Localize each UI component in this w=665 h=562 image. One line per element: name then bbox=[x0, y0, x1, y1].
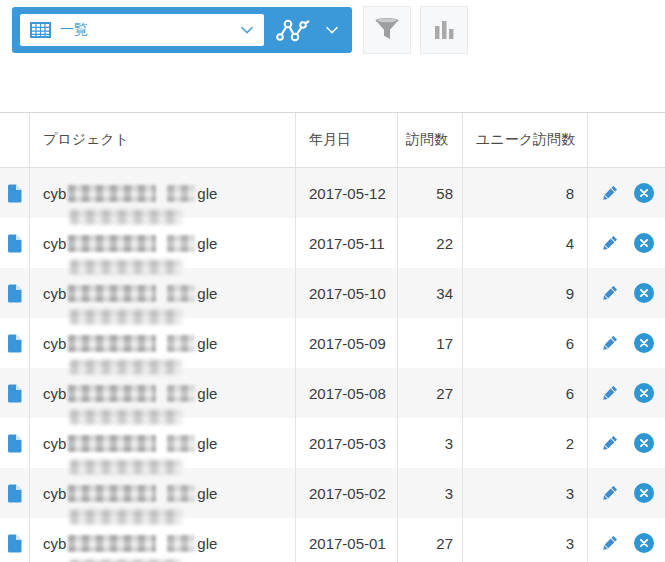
pencil-icon bbox=[600, 533, 620, 553]
date-cell: 2017-05-08 bbox=[296, 368, 398, 418]
redacted-smudge bbox=[70, 360, 182, 374]
visits-cell: 3 bbox=[398, 468, 463, 518]
actions-cell bbox=[588, 168, 665, 218]
unique-visits-cell: 6 bbox=[463, 368, 588, 418]
pencil-icon bbox=[600, 433, 620, 453]
document-icon[interactable] bbox=[7, 184, 22, 203]
redacted-text-block bbox=[68, 285, 156, 302]
visits-cell: 17 bbox=[398, 318, 463, 368]
unique-visits-cell: 6 bbox=[463, 318, 588, 368]
delete-button[interactable] bbox=[634, 333, 654, 353]
column-header-unique-visits: ユニーク訪問数 bbox=[463, 113, 588, 167]
project-name-suffix: gle bbox=[197, 535, 217, 552]
edit-button[interactable] bbox=[600, 383, 620, 403]
edit-button[interactable] bbox=[600, 483, 620, 503]
redacted-text-block bbox=[167, 335, 195, 352]
table-row: cybgle 2017-05-03 3 2 bbox=[0, 418, 665, 468]
edit-button[interactable] bbox=[600, 183, 620, 203]
redacted-text-block bbox=[68, 335, 156, 352]
delete-button[interactable] bbox=[634, 183, 654, 203]
date-cell: 2017-05-11 bbox=[296, 218, 398, 268]
chevron-down-icon bbox=[240, 26, 254, 34]
redacted-smudge bbox=[70, 510, 182, 524]
delete-button[interactable] bbox=[634, 483, 654, 503]
date-cell: 2017-05-02 bbox=[296, 468, 398, 518]
actions-cell bbox=[588, 518, 665, 562]
visits-cell: 34 bbox=[398, 268, 463, 318]
redacted-smudge bbox=[70, 460, 182, 474]
circle-x-icon bbox=[634, 533, 654, 553]
visits-cell: 58 bbox=[398, 168, 463, 218]
delete-button[interactable] bbox=[634, 433, 654, 453]
redacted-text-block bbox=[167, 235, 195, 252]
chevron-down-icon bbox=[325, 26, 339, 34]
edit-button[interactable] bbox=[600, 433, 620, 453]
redacted-text-block bbox=[167, 435, 195, 452]
document-icon[interactable] bbox=[7, 434, 22, 453]
project-name-prefix: cyb bbox=[43, 285, 66, 302]
project-cell: cybgle bbox=[30, 468, 296, 518]
circle-x-icon bbox=[634, 433, 654, 453]
chart-view-button[interactable] bbox=[264, 7, 352, 53]
project-name-suffix: gle bbox=[197, 285, 217, 302]
row-icon-cell bbox=[0, 218, 30, 268]
delete-button[interactable] bbox=[634, 533, 654, 553]
project-name-prefix: cyb bbox=[43, 385, 66, 402]
delete-button[interactable] bbox=[634, 233, 654, 253]
pencil-icon bbox=[600, 233, 620, 253]
actions-cell bbox=[588, 318, 665, 368]
edit-button[interactable] bbox=[600, 333, 620, 353]
project-cell: cybgle bbox=[30, 518, 296, 562]
delete-button[interactable] bbox=[634, 283, 654, 303]
document-icon[interactable] bbox=[7, 534, 22, 553]
pencil-icon bbox=[600, 333, 620, 353]
unique-visits-cell: 4 bbox=[463, 218, 588, 268]
project-name-suffix: gle bbox=[197, 435, 217, 452]
data-table: プロジェクト 年月日 訪問数 ユニーク訪問数 cybgle 2017-05-12… bbox=[0, 112, 665, 562]
pencil-icon bbox=[600, 483, 620, 503]
filter-button[interactable] bbox=[363, 6, 411, 54]
document-icon[interactable] bbox=[7, 234, 22, 253]
row-icon-cell bbox=[0, 418, 30, 468]
pencil-icon bbox=[600, 383, 620, 403]
document-icon[interactable] bbox=[7, 284, 22, 303]
delete-button[interactable] bbox=[634, 383, 654, 403]
unique-visits-cell: 3 bbox=[463, 468, 588, 518]
redacted-text-block bbox=[167, 535, 195, 552]
date-cell: 2017-05-10 bbox=[296, 268, 398, 318]
redacted-text-block bbox=[167, 185, 195, 202]
edit-button[interactable] bbox=[600, 533, 620, 553]
circle-x-icon bbox=[634, 183, 654, 203]
table-body: cybgle 2017-05-12 58 8 bbox=[0, 168, 665, 562]
pencil-icon bbox=[600, 283, 620, 303]
row-icon-cell bbox=[0, 518, 30, 562]
column-header-date: 年月日 bbox=[296, 113, 398, 167]
view-select-dropdown[interactable]: 一覧 bbox=[20, 14, 264, 46]
document-icon[interactable] bbox=[7, 384, 22, 403]
circle-x-icon bbox=[634, 383, 654, 403]
unique-visits-cell: 9 bbox=[463, 268, 588, 318]
bar-chart-button[interactable] bbox=[420, 6, 468, 54]
project-name-suffix: gle bbox=[197, 335, 217, 352]
redacted-text-block bbox=[68, 535, 156, 552]
table-row: cybgle 2017-05-12 58 8 bbox=[0, 168, 665, 218]
unique-visits-cell: 8 bbox=[463, 168, 588, 218]
unique-visits-cell: 2 bbox=[463, 418, 588, 468]
table-row: cybgle 2017-05-10 34 9 bbox=[0, 268, 665, 318]
project-cell: cybgle bbox=[30, 168, 296, 218]
table-row: cybgle 2017-05-11 22 4 bbox=[0, 218, 665, 268]
project-name-suffix: gle bbox=[197, 185, 217, 202]
project-name-suffix: gle bbox=[197, 385, 217, 402]
column-header-actions bbox=[588, 113, 665, 167]
column-header-visits: 訪問数 bbox=[398, 113, 463, 167]
document-icon[interactable] bbox=[7, 334, 22, 353]
project-name-suffix: gle bbox=[197, 235, 217, 252]
project-name-prefix: cyb bbox=[43, 335, 66, 352]
project-cell: cybgle bbox=[30, 218, 296, 268]
row-icon-cell bbox=[0, 318, 30, 368]
edit-button[interactable] bbox=[600, 283, 620, 303]
edit-button[interactable] bbox=[600, 233, 620, 253]
table-row: cybgle 2017-05-02 3 3 bbox=[0, 468, 665, 518]
document-icon[interactable] bbox=[7, 484, 22, 503]
project-name-prefix: cyb bbox=[43, 435, 66, 452]
